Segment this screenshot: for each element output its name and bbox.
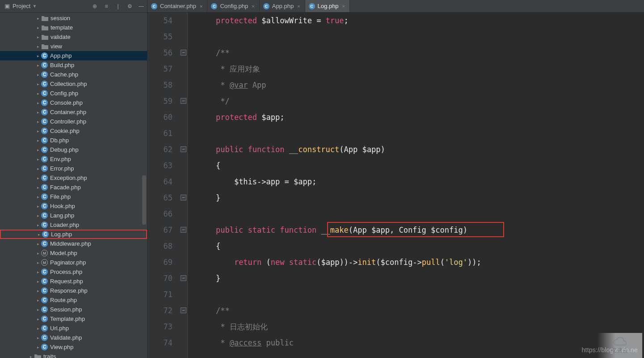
expand-arrow-icon[interactable]: ▸ [36,138,40,143]
code-line[interactable] [198,206,644,222]
code-line[interactable]: protected $allowWrite = true; [198,13,644,29]
expand-arrow-icon[interactable]: ▸ [36,185,40,190]
expand-arrow-icon[interactable]: ▸ [36,279,40,284]
tree-item[interactable]: ▸CLog.php [0,230,147,239]
expand-arrow-icon[interactable]: ▸ [36,54,40,58]
expand-arrow-icon[interactable]: ▸ [36,270,40,274]
expand-arrow-icon[interactable]: ▸ [36,63,40,68]
tree-item[interactable]: ▸session [0,13,147,23]
expand-arrow-icon[interactable]: ▸ [36,35,40,39]
tree-item[interactable]: ▸CHook.php [0,201,147,211]
code-line[interactable]: */ [198,93,644,109]
expand-arrow-icon[interactable]: ▸ [36,148,40,152]
expand-arrow-icon[interactable]: ▸ [36,307,40,312]
project-label[interactable]: Project [13,3,30,9]
expand-arrow-icon[interactable]: ▸ [36,101,40,105]
expand-arrow-icon[interactable]: ▸ [36,72,40,77]
hide-panel-icon[interactable]: — [135,3,147,9]
tree-item[interactable]: ▸view [0,42,147,51]
tree-item[interactable]: ▸CFacade.php [0,183,147,192]
tree-item[interactable]: ▸CRequest.php [0,277,147,286]
chevron-down-icon[interactable]: ▼ [32,4,37,9]
fold-toggle-icon[interactable]: − [181,50,186,55]
code-line[interactable]: * 日志初始化 [198,319,644,335]
expand-arrow-icon[interactable]: ▸ [37,232,41,237]
tree-item[interactable]: ▸CConfig.php [0,89,147,98]
tree-item[interactable]: ▸CDebug.php [0,145,147,154]
close-icon[interactable]: × [297,4,300,9]
tree-item[interactable]: ▸CResponse.php [0,286,147,295]
code-line[interactable] [198,125,644,141]
expand-arrow-icon[interactable]: ▸ [36,289,40,293]
tree-item[interactable]: ▸CView.php [0,342,147,352]
tree-item[interactable]: ▸MModel.php [0,248,147,258]
tree-item[interactable]: ▸validate [0,32,147,42]
tree-item[interactable]: ▸CApp.php [0,51,147,60]
code-line[interactable] [198,286,644,303]
tree-item[interactable]: ▸CTemplate.php [0,314,147,324]
editor-tab[interactable]: C App.php × [260,0,305,12]
code-line[interactable]: $this->app = $app; [198,174,644,190]
close-icon[interactable]: × [200,4,202,9]
expand-arrow-icon[interactable]: ▸ [36,242,40,246]
code-editor[interactable]: 5455565758596061626364656667686970717273… [147,13,644,358]
expand-arrow-icon[interactable]: ▸ [29,354,33,358]
code-line[interactable]: /** [198,303,644,319]
code-line[interactable] [198,29,644,45]
gear-icon[interactable]: ⚙ [124,3,135,9]
scrollbar-thumb[interactable] [142,175,146,225]
expand-arrow-icon[interactable]: ▸ [36,166,40,171]
tree-item[interactable]: ▸CDb.php [0,136,147,145]
fold-toggle-icon[interactable]: − [181,227,186,233]
code-line[interactable]: } [198,270,644,286]
expand-arrow-icon[interactable]: ▸ [36,157,40,162]
expand-arrow-icon[interactable]: ▸ [36,119,40,124]
expand-arrow-icon[interactable]: ▸ [36,176,40,180]
code-area[interactable]: protected $allowWrite = true; /** * 应用对象… [188,13,644,358]
expand-arrow-icon[interactable]: ▸ [36,204,40,209]
expand-arrow-icon[interactable]: ▸ [36,336,40,340]
code-line[interactable]: { [198,158,644,174]
code-line[interactable]: } [198,190,644,206]
tree-item[interactable]: ▸CBuild.php [0,60,147,70]
tree-item[interactable]: ▸MPaginator.php [0,258,147,267]
project-tree[interactable]: ▸session▸template▸validate▸view▸CApp.php… [0,13,147,358]
tree-item[interactable]: ▸CProcess.php [0,267,147,277]
editor-tab[interactable]: C Log.php × [305,0,350,12]
expand-arrow-icon[interactable]: ▸ [36,326,40,331]
fold-gutter[interactable]: −−−−−−− [180,13,188,358]
close-icon[interactable]: × [342,4,345,9]
expand-arrow-icon[interactable]: ▸ [36,317,40,321]
tree-item[interactable]: ▸CContainer.php [0,107,147,117]
code-line[interactable]: { [198,238,644,254]
tree-item[interactable]: ▸CLoader.php [0,220,147,230]
code-line[interactable]: * @var App [198,77,644,93]
collapse-all-icon[interactable]: ≡ [101,3,112,9]
code-line[interactable]: /** [198,45,644,61]
expand-arrow-icon[interactable]: ▸ [36,251,40,256]
fold-toggle-icon[interactable]: − [181,307,186,313]
tree-item[interactable]: ▸template [0,23,147,32]
expand-arrow-icon[interactable]: ▸ [36,260,40,265]
fold-toggle-icon[interactable]: − [181,275,186,281]
tree-item[interactable]: ▸CUrl.php [0,324,147,333]
tree-item[interactable]: ▸CRoute.php [0,295,147,305]
tree-item[interactable]: ▸CLang.php [0,211,147,220]
tree-item[interactable]: ▸CEnv.php [0,154,147,164]
expand-arrow-icon[interactable]: ▸ [36,345,40,349]
tree-item[interactable]: ▸traits [0,352,147,358]
expand-arrow-icon[interactable]: ▸ [36,16,40,21]
expand-arrow-icon[interactable]: ▸ [36,223,40,227]
code-line[interactable]: public function __construct(App $app) [198,141,644,158]
tree-item[interactable]: ▸CSession.php [0,305,147,314]
fold-toggle-icon[interactable]: − [181,146,186,152]
locate-icon[interactable]: ⊕ [89,3,101,9]
expand-arrow-icon[interactable]: ▸ [36,298,40,303]
tree-item[interactable]: ▸CController.php [0,117,147,126]
tree-item[interactable]: ▸CCookie.php [0,126,147,136]
tree-item[interactable]: ▸CFile.php [0,192,147,201]
code-line[interactable]: protected $app; [198,109,644,125]
code-line[interactable]: * 应用对象 [198,61,644,77]
tree-item[interactable]: ▸CCache.php [0,70,147,79]
expand-arrow-icon[interactable]: ▸ [36,110,40,115]
